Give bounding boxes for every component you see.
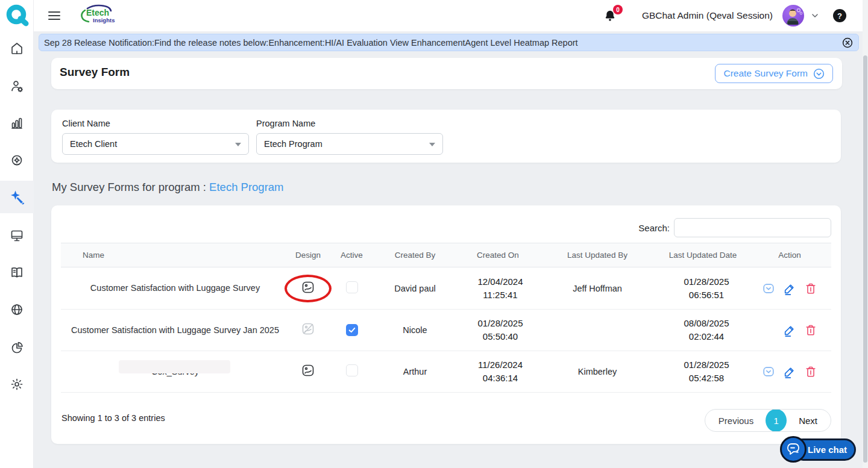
user-session-label[interactable]: GBChat Admin (Qeval Session) bbox=[642, 10, 773, 21]
notification-badge: 0 bbox=[613, 5, 623, 14]
client-name-select[interactable]: Etech Client bbox=[62, 133, 249, 155]
created-by-value: Arthur bbox=[403, 367, 427, 376]
menu-hamburger-icon[interactable] bbox=[48, 11, 60, 20]
banner-text: Sep 28 Release Notification:Find the rel… bbox=[44, 38, 578, 48]
mail-action-icon[interactable] bbox=[762, 365, 775, 378]
etech-insights-logo[interactable]: Etech Insights bbox=[78, 3, 117, 28]
sidebar-item-web[interactable] bbox=[0, 293, 34, 326]
column-header-created-on[interactable]: Created On bbox=[459, 243, 537, 267]
created-by-value: Nicole bbox=[403, 325, 427, 335]
created-on-date: 01/28/2025 bbox=[464, 317, 536, 330]
redacted-text-blur bbox=[119, 360, 230, 373]
design-icon[interactable] bbox=[301, 280, 315, 295]
sidebar-item-knowledge[interactable] bbox=[0, 256, 34, 289]
survey-table-card: Search: Name Design Active Created By Cr… bbox=[51, 205, 841, 444]
quality-badge-icon bbox=[10, 154, 24, 168]
active-checkbox[interactable] bbox=[346, 364, 358, 376]
home-icon bbox=[10, 41, 24, 55]
delete-action-icon[interactable] bbox=[804, 323, 817, 337]
q-app-logo[interactable] bbox=[4, 3, 30, 28]
last-updated-date-value: 08/08/2025 bbox=[665, 317, 747, 330]
table-row: Customer Satisfaction with Luggage Surve… bbox=[61, 267, 831, 310]
pagination-next-button[interactable]: Next bbox=[787, 416, 831, 426]
create-survey-form-button[interactable]: Create Survey Form bbox=[715, 64, 833, 83]
settings-gear-icon bbox=[10, 377, 24, 392]
active-checkbox[interactable] bbox=[346, 324, 358, 336]
release-notification-banner: Sep 28 Release Notification:Find the rel… bbox=[39, 34, 859, 51]
live-chat-button[interactable]: Live chat bbox=[780, 436, 856, 463]
survey-form-page: Etech Insights 0 GBChat Admin (Qeval Ses… bbox=[0, 0, 868, 468]
column-header-active[interactable]: Active bbox=[332, 243, 371, 267]
edit-action-icon[interactable] bbox=[783, 323, 796, 337]
user-settings-icon bbox=[10, 79, 24, 93]
chevron-down-circle-icon bbox=[813, 68, 825, 80]
design-icon[interactable] bbox=[301, 363, 315, 378]
survey-name: Customer Satisfaction with Luggage Surve… bbox=[90, 283, 260, 293]
page-title: Survey Form bbox=[60, 66, 130, 79]
delete-action-icon[interactable] bbox=[804, 282, 817, 295]
column-header-name[interactable]: Name bbox=[61, 243, 284, 267]
banner-close-icon[interactable] bbox=[842, 37, 853, 48]
entries-count-label: Showing 1 to 3 of 3 entries bbox=[61, 413, 165, 423]
pagination-previous-button[interactable]: Previous bbox=[705, 416, 766, 426]
select-caret-icon bbox=[429, 143, 435, 146]
user-menu-chevron-icon[interactable] bbox=[810, 11, 820, 20]
program-name-value: Etech Program bbox=[264, 139, 322, 149]
globe-icon bbox=[10, 302, 24, 317]
svg-text:Insights: Insights bbox=[93, 17, 115, 23]
live-chat-label: Live chat bbox=[808, 445, 847, 455]
last-updated-date-value: 01/28/2025 bbox=[665, 358, 747, 372]
create-survey-form-label: Create Survey Form bbox=[723, 68, 808, 79]
section-heading-program-link[interactable]: Etech Program bbox=[209, 181, 283, 193]
last-updated-date-value: 01/28/2025 06:56:51 bbox=[665, 275, 747, 302]
created-on-time: 11:25:41 bbox=[464, 289, 536, 302]
table-row: Cox_Survey Arthur 11/26/202404:36:14 Kim… bbox=[61, 351, 831, 393]
column-header-design[interactable]: Design bbox=[284, 243, 332, 267]
last-updated-time-value: 05:42:58 bbox=[665, 372, 747, 385]
edit-action-icon[interactable] bbox=[783, 282, 796, 295]
scrollbar-thumb[interactable] bbox=[863, 55, 867, 463]
created-by-value: David paul bbox=[394, 284, 436, 293]
column-header-created-by[interactable]: Created By bbox=[371, 243, 459, 267]
filters-card: Client Name Etech Client Program Name Et… bbox=[51, 110, 841, 163]
notification-bell-icon[interactable]: 0 bbox=[603, 8, 618, 23]
delete-action-icon[interactable] bbox=[804, 365, 817, 378]
pagination: Previous 1 Next bbox=[705, 409, 831, 432]
sidebar-item-quality[interactable] bbox=[0, 145, 34, 177]
survey-name: Customer Satisfaction with Luggage Surve… bbox=[71, 325, 279, 335]
client-name-label: Client Name bbox=[62, 119, 249, 128]
column-header-last-updated-date[interactable]: Last Updated Date bbox=[658, 243, 748, 267]
scrollbar-track[interactable] bbox=[863, 0, 868, 468]
column-header-action[interactable]: Action bbox=[748, 243, 831, 267]
sidebar-item-home[interactable] bbox=[0, 32, 34, 64]
bar-chart-icon bbox=[10, 116, 24, 130]
active-checkbox[interactable] bbox=[346, 281, 358, 293]
help-icon[interactable]: ? bbox=[833, 9, 846, 22]
chat-bubble-icon bbox=[780, 436, 807, 463]
created-on-date: 11/26/2024 bbox=[464, 358, 536, 372]
search-input[interactable] bbox=[674, 218, 831, 237]
table-row: Customer Satisfaction with Luggage Surve… bbox=[61, 310, 831, 351]
svg-text:Etech: Etech bbox=[86, 8, 109, 17]
sidebar-item-reports[interactable] bbox=[0, 107, 34, 139]
pagination-page-1-button[interactable]: 1 bbox=[766, 409, 787, 432]
last-updated-time-value: 02:02:44 bbox=[665, 330, 747, 343]
survey-forms-table: Name Design Active Created By Created On… bbox=[61, 243, 831, 393]
user-avatar[interactable] bbox=[782, 5, 804, 27]
sidebar-item-settings[interactable] bbox=[0, 368, 34, 401]
page-header-card: Survey Form Create Survey Form bbox=[51, 58, 842, 89]
edit-action-icon[interactable] bbox=[783, 365, 796, 378]
sidebar-item-monitoring[interactable] bbox=[0, 219, 34, 252]
mail-action-icon[interactable] bbox=[762, 282, 775, 295]
program-name-select[interactable]: Etech Program bbox=[256, 133, 443, 155]
book-icon bbox=[10, 265, 24, 279]
topbar-right-group: 0 GBChat Admin (Qeval Session) ? bbox=[603, 5, 868, 27]
sidebar-item-user-management[interactable] bbox=[0, 70, 34, 102]
action-spacer bbox=[762, 323, 775, 337]
column-header-last-updated-by[interactable]: Last Updated By bbox=[537, 243, 658, 267]
sidebar-item-survey-forms[interactable] bbox=[0, 181, 34, 213]
client-name-value: Etech Client bbox=[70, 139, 117, 149]
sidebar-item-analytics[interactable] bbox=[0, 331, 34, 364]
top-bar: Etech Insights 0 GBChat Admin (Qeval Ses… bbox=[34, 0, 868, 31]
monitor-icon bbox=[10, 228, 24, 243]
